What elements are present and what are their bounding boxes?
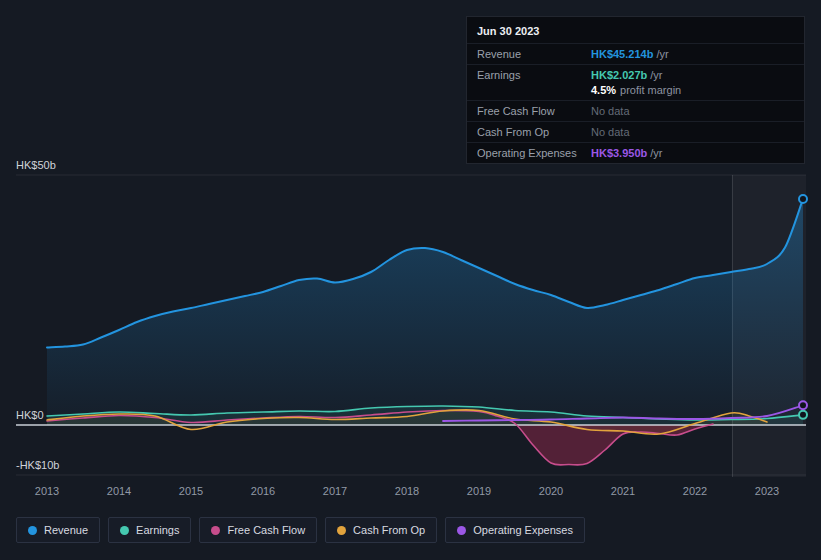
legend-item-free-cash-flow[interactable]: Free Cash Flow <box>199 517 317 543</box>
x-axis-year-label: 2022 <box>683 485 707 497</box>
tooltip-row-operating-expenses: Operating Expenses HK$3.950b/yr <box>467 142 804 163</box>
x-axis-year-label: 2013 <box>35 485 59 497</box>
data-tooltip: Jun 30 2023 Revenue HK$45.214b/yr Earnin… <box>466 16 805 164</box>
earnings-dot-icon <box>120 526 129 535</box>
tooltip-label-cash-from-op: Cash From Op <box>477 126 591 138</box>
chart-legend: Revenue Earnings Free Cash Flow Cash Fro… <box>16 517 585 543</box>
tooltip-label-operating-expenses: Operating Expenses <box>477 147 591 159</box>
legend-item-cash-from-op[interactable]: Cash From Op <box>325 517 437 543</box>
tooltip-label-revenue: Revenue <box>477 48 591 60</box>
x-axis-year-label: 2017 <box>323 485 347 497</box>
legend-label-free-cash-flow: Free Cash Flow <box>227 524 305 536</box>
legend-item-earnings[interactable]: Earnings <box>108 517 191 543</box>
tooltip-value-operating-expenses: HK$3.950b/yr <box>591 147 794 159</box>
y-axis-label-50b: HK$50b <box>16 159 56 172</box>
tooltip-row-free-cash-flow: Free Cash Flow No data <box>467 100 804 121</box>
tooltip-row-cash-from-op: Cash From Op No data <box>467 121 804 142</box>
operating-expenses-dot-icon <box>457 526 466 535</box>
revenue-dot-icon <box>28 526 37 535</box>
tooltip-row-revenue: Revenue HK$45.214b/yr <box>467 43 804 64</box>
x-axis-year-label: 2023 <box>755 485 779 497</box>
free-cash-flow-dot-icon <box>211 526 220 535</box>
legend-label-earnings: Earnings <box>136 524 179 536</box>
legend-item-operating-expenses[interactable]: Operating Expenses <box>445 517 585 543</box>
tooltip-label-earnings: Earnings <box>477 69 591 81</box>
legend-label-cash-from-op: Cash From Op <box>353 524 425 536</box>
x-axis-year-label: 2021 <box>611 485 635 497</box>
x-axis-year-label: 2019 <box>467 485 491 497</box>
tooltip-label-free-cash-flow: Free Cash Flow <box>477 105 591 117</box>
profit-margin: 4.5%profit margin <box>591 84 794 96</box>
x-axis-year-label: 2014 <box>107 485 131 497</box>
x-axis-year-label: 2015 <box>179 485 203 497</box>
y-axis-label-0: HK$0 <box>16 409 44 422</box>
tooltip-date: Jun 30 2023 <box>467 17 804 43</box>
legend-label-revenue: Revenue <box>44 524 88 536</box>
tooltip-value-cash-from-op: No data <box>591 126 794 138</box>
tooltip-value-earnings: HK$2.027b/yr 4.5%profit margin <box>591 69 794 96</box>
tooltip-value-revenue: HK$45.214b/yr <box>591 48 794 60</box>
legend-item-revenue[interactable]: Revenue <box>16 517 100 543</box>
legend-label-operating-expenses: Operating Expenses <box>473 524 573 536</box>
tooltip-value-free-cash-flow: No data <box>591 105 794 117</box>
tooltip-row-earnings: Earnings HK$2.027b/yr 4.5%profit margin <box>467 64 804 100</box>
x-axis-year-label: 2020 <box>539 485 563 497</box>
y-axis-label-neg10b: -HK$10b <box>16 459 59 472</box>
x-axis: 2013201420152016201720182019202020212022… <box>0 485 821 501</box>
cash-from-op-dot-icon <box>337 526 346 535</box>
x-axis-year-label: 2016 <box>251 485 275 497</box>
financial-history-chart-page: HK$50b HK$0 -HK$10b 20132014201520162017… <box>0 0 821 560</box>
x-axis-year-label: 2018 <box>395 485 419 497</box>
